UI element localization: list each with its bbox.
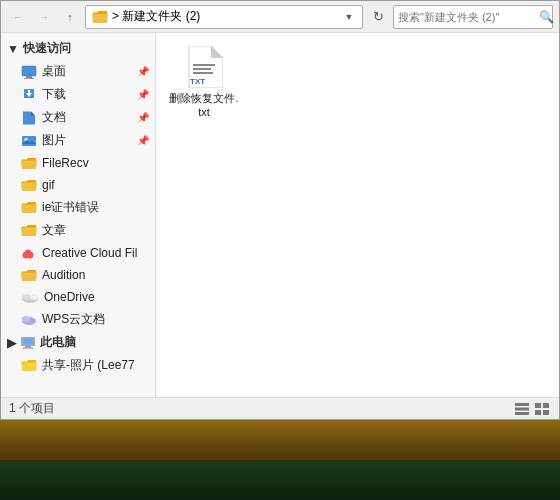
sidebar-item-filerecv[interactable]: FileRecv <box>1 152 155 174</box>
sidebar-item-articles[interactable]: 文章 <box>1 219 155 242</box>
svg-rect-2 <box>24 78 34 79</box>
item-count: 1 个项目 <box>9 400 55 417</box>
sidebar-label-pictures: 图片 <box>42 132 66 149</box>
sidebar-label-downloads: 下载 <box>42 86 66 103</box>
sidebar-item-photos[interactable]: 共享-照片 (Lee77 <box>1 354 155 377</box>
address-path: > 新建文件夹 (2) <box>112 8 338 25</box>
file-item[interactable]: TXT 删除恢复文件.txt <box>164 41 244 124</box>
quick-access-label: 快速访问 <box>23 40 71 57</box>
pin-icon-pic: 📌 <box>137 135 149 146</box>
address-bar[interactable]: > 新建文件夹 (2) ▼ <box>85 5 363 29</box>
ie-icon <box>21 201 37 214</box>
file-name: 删除恢复文件.txt <box>168 91 240 118</box>
articles-icon <box>21 224 37 237</box>
sidebar-label-gif: gif <box>42 178 55 192</box>
sidebar-item-desktop[interactable]: 桌面 📌 <box>1 60 155 83</box>
filerecv-icon <box>21 157 37 170</box>
address-dropdown[interactable]: ▼ <box>342 10 356 24</box>
sidebar-label-creative-cloud: Creative Cloud Fil <box>42 246 137 260</box>
downloads-icon <box>21 88 37 102</box>
forward-button[interactable]: → <box>33 6 55 28</box>
sidebar-label-filerecv: FileRecv <box>42 156 89 170</box>
back-button[interactable]: ← <box>7 6 29 28</box>
sidebar-item-creative-cloud[interactable]: Creative Cloud Fil <box>1 242 155 264</box>
onedrive-icon <box>21 291 39 303</box>
svg-rect-0 <box>22 66 36 76</box>
pin-icon: 📌 <box>137 66 149 77</box>
sidebar-section-quick-access[interactable]: ▼ 快速访问 <box>1 37 155 60</box>
audition-folder-icon <box>21 269 37 282</box>
explorer-window: ← → ↑ > 新建文件夹 (2) ▼ ↻ 🔍 ▼ 快速访问 <box>0 0 560 420</box>
documents-icon <box>21 111 37 125</box>
svg-rect-27 <box>543 403 549 408</box>
sidebar-label-ie: ie证书错误 <box>42 199 99 216</box>
svg-point-9 <box>23 251 33 257</box>
up-button[interactable]: ↑ <box>59 6 81 28</box>
title-bar: ← → ↑ > 新建文件夹 (2) ▼ ↻ 🔍 <box>1 1 559 33</box>
svg-rect-23 <box>515 403 529 406</box>
main-content: ▼ 快速访问 桌面 📌 下载 <box>1 33 559 397</box>
sidebar: ▼ 快速访问 桌面 📌 下载 <box>1 33 156 397</box>
svg-rect-4 <box>22 136 36 146</box>
svg-rect-29 <box>543 410 549 415</box>
desktop-background <box>0 420 560 500</box>
sidebar-label-articles: 文章 <box>42 222 66 239</box>
sidebar-item-ie[interactable]: ie证书错误 <box>1 196 155 219</box>
pin-icon-dl: 📌 <box>137 89 149 100</box>
svg-rect-19 <box>193 64 215 66</box>
svg-rect-24 <box>515 407 529 410</box>
computer-icon <box>20 336 36 350</box>
sidebar-label-audition: Audition <box>42 268 85 282</box>
txt-file-svg: TXT <box>185 46 223 88</box>
svg-point-14 <box>22 316 30 322</box>
svg-rect-26 <box>535 403 541 408</box>
view-list-button[interactable] <box>513 400 531 418</box>
svg-rect-16 <box>23 338 33 344</box>
view-icons-button[interactable] <box>533 400 551 418</box>
sidebar-label-desktop: 桌面 <box>42 63 66 80</box>
svg-rect-28 <box>535 410 541 415</box>
refresh-button[interactable]: ↻ <box>367 5 389 29</box>
pin-icon-doc: 📌 <box>137 112 149 123</box>
svg-rect-1 <box>26 76 32 78</box>
status-bar: 1 个项目 <box>1 397 559 419</box>
sidebar-label-documents: 文档 <box>42 109 66 126</box>
sidebar-label-thispc: 此电脑 <box>40 334 76 351</box>
thispc-chevron: ▶ <box>7 336 16 350</box>
sidebar-label-onedrive: OneDrive <box>44 290 95 304</box>
svg-rect-3 <box>28 90 30 95</box>
svg-rect-17 <box>25 346 31 348</box>
icons-view-icon <box>534 402 550 416</box>
photos-icon <box>21 359 37 372</box>
list-view-icon <box>514 402 530 416</box>
view-buttons <box>513 400 551 418</box>
creative-cloud-icon <box>21 247 37 260</box>
sidebar-item-onedrive[interactable]: OneDrive <box>1 286 155 308</box>
search-icon: 🔍 <box>539 10 554 24</box>
svg-rect-21 <box>193 72 213 74</box>
svg-rect-20 <box>193 68 211 70</box>
file-icon-txt: TXT <box>184 47 224 87</box>
quick-access-chevron: ▼ <box>7 42 19 56</box>
address-folder-icon <box>92 9 108 25</box>
sidebar-item-wps[interactable]: WPS云文档 <box>1 308 155 331</box>
file-panel[interactable]: TXT 删除恢复文件.txt <box>156 33 559 397</box>
sidebar-item-downloads[interactable]: 下载 📌 <box>1 83 155 106</box>
svg-text:TXT: TXT <box>190 77 205 86</box>
sidebar-item-documents[interactable]: 文档 📌 <box>1 106 155 129</box>
sidebar-item-gif[interactable]: gif <box>1 174 155 196</box>
sidebar-section-thispc[interactable]: ▶ 此电脑 <box>1 331 155 354</box>
desktop-icon <box>21 65 37 79</box>
sidebar-item-pictures[interactable]: 图片 📌 <box>1 129 155 152</box>
svg-point-12 <box>30 294 38 300</box>
search-bar[interactable]: 🔍 <box>393 5 553 29</box>
svg-rect-18 <box>23 347 33 348</box>
sidebar-label-photos: 共享-照片 (Lee77 <box>42 357 135 374</box>
gif-icon <box>21 179 37 192</box>
pictures-icon <box>21 134 37 148</box>
wps-icon <box>21 313 37 326</box>
sidebar-label-wps: WPS云文档 <box>42 311 105 328</box>
sidebar-item-audition[interactable]: Audition <box>1 264 155 286</box>
search-input[interactable] <box>398 11 536 23</box>
svg-rect-25 <box>515 412 529 415</box>
